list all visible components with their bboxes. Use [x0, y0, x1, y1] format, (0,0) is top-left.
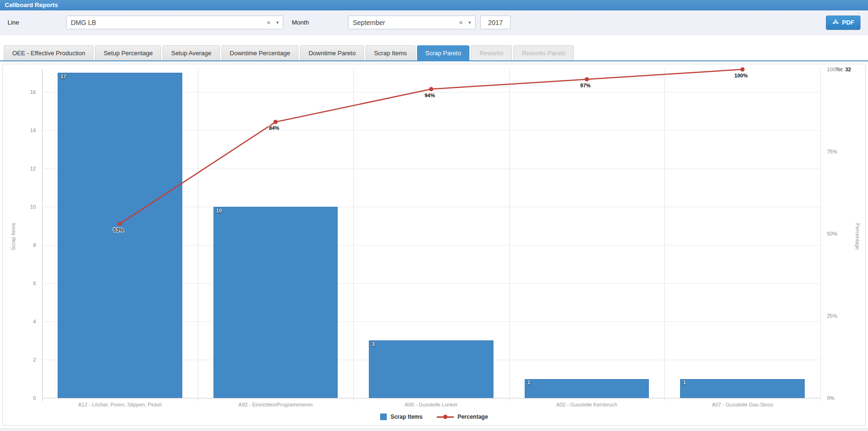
month-clear-icon[interactable]: × — [457, 19, 465, 26]
gridline-vertical — [820, 69, 821, 401]
line-select-value: DMG LB — [71, 19, 96, 26]
scrap-items-swatch-icon — [380, 414, 387, 420]
line-label: Line — [8, 19, 66, 26]
tab-reworks-pareto: Reworks Pareto — [513, 45, 574, 60]
tab-bar: OEE - Effective ProductionSetup Percenta… — [0, 45, 868, 61]
month-select-value: September — [353, 19, 385, 26]
line-caret-icon[interactable]: ▾ — [276, 20, 279, 25]
percentage-line-icon — [437, 416, 454, 418]
line-point-label: 84% — [269, 125, 279, 131]
left-axis-tick-label: 2 — [3, 357, 36, 363]
tab-reworks: Reworks — [471, 45, 512, 60]
gridline-horizontal — [42, 398, 820, 398]
total-value: 32 — [845, 67, 851, 72]
pdf-button[interactable]: PDF — [826, 16, 860, 30]
left-axis-tick-label: 6 — [3, 280, 36, 286]
right-axis-tick-label: 75% — [827, 149, 837, 154]
line-point-label: 100% — [734, 73, 748, 78]
pareto-line-layer — [42, 69, 820, 398]
plot-area: 171031153%84%94%97%100% — [42, 69, 820, 398]
line-point[interactable] — [273, 120, 278, 124]
line-point[interactable] — [118, 222, 122, 226]
line-point[interactable] — [740, 68, 745, 72]
line-point[interactable] — [429, 87, 434, 91]
line-select[interactable]: DMG LB × ▾ — [66, 16, 283, 29]
month-select[interactable]: September × ▾ — [348, 16, 476, 29]
left-axis-tick-label: 14 — [3, 127, 36, 133]
chart-legend: Scrap Items Percentage — [3, 414, 865, 420]
page-footer — [0, 428, 868, 431]
legend-item-scrap-items[interactable]: Scrap Items — [380, 414, 423, 420]
month-label: Month — [292, 19, 348, 26]
category-label: A07 - Gussteile Gas-Stoss — [664, 402, 820, 407]
right-axis-title: Percentage — [855, 223, 860, 250]
right-axis-tick-label: 100% — [827, 67, 840, 72]
right-axis-tick-label: 50% — [827, 231, 837, 237]
app-title-bar: Cellboard Reports — [0, 0, 868, 10]
category-label: A06 - Gussteile Lunker — [353, 402, 509, 407]
tab-oee-effective-production[interactable]: OEE - Effective Production — [4, 45, 94, 60]
chart-card: Tot: 32 Scrap Items Percentage 171031153… — [2, 64, 866, 426]
line-point[interactable] — [585, 77, 589, 81]
tab-setup-percentage[interactable]: Setup Percentage — [95, 45, 161, 60]
left-axis-tick-label: 10 — [3, 204, 36, 210]
year-input[interactable] — [480, 16, 511, 29]
category-label: A02 - Gussteile Kernbruch — [509, 402, 665, 407]
filter-bar: Line DMG LB × ▾ Month September × ▾ PDF — [0, 10, 868, 35]
category-label: A92 - Einrichten/Programmieren — [198, 402, 354, 407]
app-title: Cellboard Reports — [5, 1, 58, 8]
tab-downtime-percentage[interactable]: Downtime Percentage — [221, 45, 299, 60]
tab-setup-average[interactable]: Setup Average — [162, 45, 220, 60]
left-axis-tick-label: 8 — [3, 242, 36, 248]
left-axis-tick-label: 16 — [3, 89, 36, 95]
left-axis-tick-label: 0 — [3, 395, 36, 401]
line-point-label: 53% — [113, 227, 124, 233]
left-axis-tick-label: 4 — [3, 319, 36, 324]
tab-scrap-pareto[interactable]: Scrap Pareto — [417, 45, 470, 60]
month-caret-icon[interactable]: ▾ — [468, 20, 471, 25]
pdf-button-label: PDF — [842, 19, 854, 26]
line-clear-icon[interactable]: × — [265, 19, 272, 26]
legend-item-percentage[interactable]: Percentage — [437, 414, 488, 420]
left-axis-tick-label: 12 — [3, 166, 36, 171]
right-axis-tick-label: 25% — [827, 313, 837, 319]
right-axis-tick-label: 0% — [827, 395, 834, 401]
tab-downtime-pareto[interactable]: Downtime Pareto — [300, 45, 364, 60]
line-point-label: 97% — [580, 83, 591, 88]
tab-scrap-items[interactable]: Scrap Items — [366, 45, 415, 60]
line-point-label: 94% — [425, 93, 435, 98]
pdf-icon — [832, 19, 839, 26]
category-label: A12 - Löcher, Poren, Stippen, Pickel — [42, 402, 198, 407]
